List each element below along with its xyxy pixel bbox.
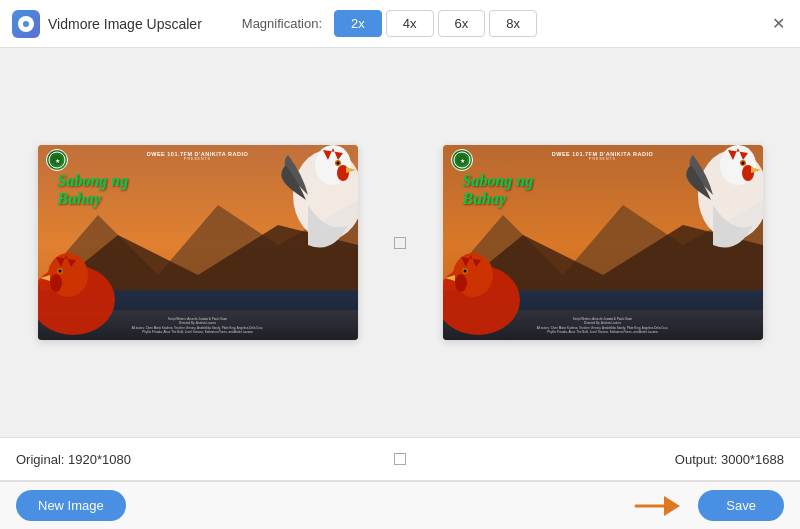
svg-point-14 (50, 274, 62, 292)
poster-credits: Script Writers: Ama de Juwata & Paulo Su… (48, 317, 348, 334)
output-poster-header: DWEE 101.7FM D'ANIKITA RADIO PRESENTS (552, 151, 653, 161)
poster-header: DWEE 101.7FM D'ANIKITA RADIO PRESENTS (147, 151, 248, 161)
poster-title-line2: Buhay (58, 191, 129, 207)
output-poster-title-line1: Sabong ng (463, 173, 534, 189)
mag-2x-button[interactable]: 2x (334, 10, 382, 37)
output-poster-title: Sabong ng Buhay (463, 173, 534, 207)
mag-4x-button[interactable]: 4x (386, 10, 434, 37)
original-image-container: DWEE 101.7FM D'ANIKITA RADIO PRESENTS ★ … (38, 145, 358, 340)
center-divider (390, 237, 410, 249)
svg-marker-43 (664, 496, 680, 516)
divider-box (394, 237, 406, 249)
poster-logo-circle: ★ (46, 149, 68, 171)
original-poster: DWEE 101.7FM D'ANIKITA RADIO PRESENTS ★ … (38, 145, 358, 340)
output-poster-credits: Script Writers: Ama de Juwata & Paulo Su… (453, 317, 753, 334)
svg-point-17 (58, 270, 61, 273)
original-image-panel: DWEE 101.7FM D'ANIKITA RADIO PRESENTS ★ … (25, 64, 370, 421)
output-poster-logo-circle: ★ (451, 149, 473, 171)
svg-point-31 (741, 162, 744, 165)
output-image-container: DWEE 101.7FM D'ANIKITA RADIO PRESENTS ★ … (443, 145, 763, 340)
bottom-bar: New Image Save (0, 481, 800, 529)
app-title: Vidmore Image Upscaler (48, 16, 202, 32)
title-bar: Vidmore Image Upscaler Magnification: 2x… (0, 0, 800, 48)
new-image-button[interactable]: New Image (16, 490, 126, 521)
poster-credits-text: Script Writers: Ama de Juwata & Paulo Su… (48, 317, 348, 334)
poster-title-line1: Sabong ng (58, 173, 129, 189)
svg-point-38 (463, 270, 466, 273)
svg-text:★: ★ (459, 158, 464, 164)
info-bar: Original: 1920*1080 Output: 3000*1688 (0, 437, 800, 481)
poster-presents: PRESENTS (147, 157, 248, 161)
output-resolution: Output: 3000*1688 (406, 452, 784, 467)
output-poster: DWEE 101.7FM D'ANIKITA RADIO PRESENTS ★ … (443, 145, 763, 340)
poster-logo: ★ (46, 149, 68, 171)
output-poster-title-line2: Buhay (463, 191, 534, 207)
close-button[interactable]: ✕ (768, 14, 788, 34)
output-poster-credits-text: Script Writers: Ama de Juwata & Paulo Su… (453, 317, 753, 334)
info-divider (394, 453, 406, 465)
magnification-label: Magnification: (242, 16, 322, 31)
svg-text:★: ★ (54, 158, 59, 164)
output-poster-presents: PRESENTS (552, 157, 653, 161)
app-logo-inner (18, 16, 34, 32)
svg-point-35 (455, 274, 467, 292)
save-button[interactable]: Save (698, 490, 784, 521)
main-content: DWEE 101.7FM D'ANIKITA RADIO PRESENTS ★ … (0, 48, 800, 437)
output-poster-logo: ★ (451, 149, 473, 171)
magnification-buttons: 2x 4x 6x 8x (334, 10, 537, 37)
info-divider-box (394, 453, 406, 465)
mag-6x-button[interactable]: 6x (438, 10, 486, 37)
app-logo (12, 10, 40, 38)
bottom-right-controls: Save (634, 490, 784, 521)
svg-point-10 (336, 162, 339, 165)
arrow-right-icon (634, 492, 682, 520)
output-image-panel: DWEE 101.7FM D'ANIKITA RADIO PRESENTS ★ … (430, 64, 775, 421)
original-resolution: Original: 1920*1080 (16, 452, 394, 467)
poster-title: Sabong ng Buhay (58, 173, 129, 207)
app-logo-dot (23, 21, 29, 27)
mag-8x-button[interactable]: 8x (489, 10, 537, 37)
